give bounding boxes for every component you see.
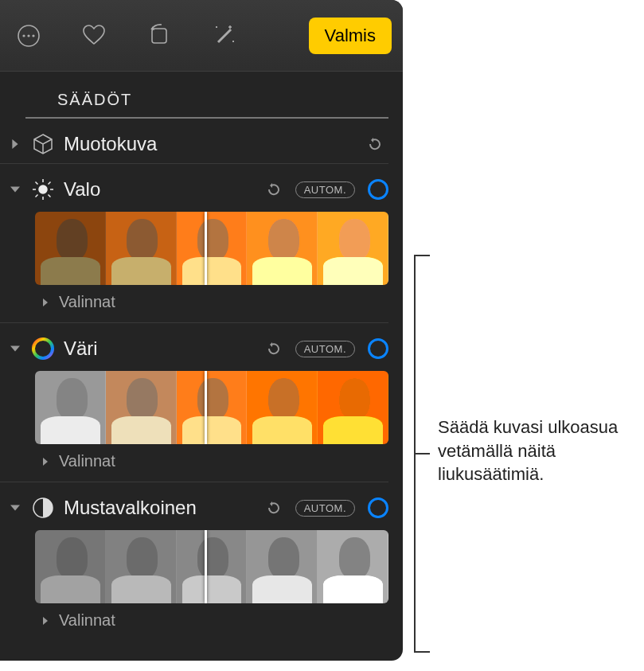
reset-icon[interactable] — [263, 338, 284, 359]
status-ring[interactable] — [368, 338, 388, 359]
svg-point-5 — [39, 185, 47, 193]
portrait-cube-icon — [30, 131, 56, 157]
svg-line-11 — [49, 195, 51, 197]
slider-handle[interactable] — [205, 212, 207, 285]
svg-line-12 — [36, 195, 38, 197]
svg-point-14 — [33, 339, 53, 358]
status-ring[interactable] — [368, 179, 388, 200]
svg-point-3 — [32, 34, 34, 37]
callout-tick — [414, 453, 430, 454]
light-sun-icon — [30, 177, 56, 202]
group-color: Väri AUTOM. Valinnat — [0, 330, 403, 482]
options-toggle[interactable]: Valinnat — [0, 607, 388, 641]
slider-handle[interactable] — [205, 530, 207, 603]
reset-icon[interactable] — [263, 497, 284, 518]
reset-icon[interactable] — [365, 134, 385, 154]
crop-icon[interactable] — [142, 18, 177, 53]
group-label: Mustavalkoinen — [64, 497, 256, 519]
options-toggle[interactable]: Valinnat — [0, 288, 388, 323]
auto-button[interactable]: AUTOM. — [295, 181, 355, 198]
options-toggle[interactable]: Valinnat — [0, 447, 388, 482]
group-label: Valo — [64, 178, 256, 201]
light-slider[interactable] — [35, 212, 388, 285]
chevron-right-icon — [38, 614, 53, 628]
svg-rect-4 — [152, 29, 166, 43]
section-title: SÄÄDÖT — [25, 72, 388, 119]
editor-toolbar: Valmis — [0, 0, 403, 72]
chevron-right-icon — [38, 295, 53, 310]
group-light: Valo AUTOM. Valinnat — [0, 170, 403, 323]
more-icon[interactable] — [11, 18, 46, 53]
chevron-down-icon[interactable] — [8, 182, 22, 197]
auto-button[interactable]: AUTOM. — [295, 341, 355, 357]
group-label: Väri — [64, 337, 256, 360]
enhance-icon[interactable] — [207, 18, 242, 53]
slider-handle[interactable] — [205, 371, 207, 444]
svg-point-2 — [27, 34, 29, 37]
group-bw: Mustavalkoinen AUTOM. Valinnat — [0, 489, 403, 641]
adjustments-panel: Valmis SÄÄDÖT Muotokuva Valo — [0, 0, 403, 661]
group-portrait: Muotokuva — [0, 125, 403, 164]
options-label: Valinnat — [59, 293, 115, 311]
favorite-icon[interactable] — [76, 18, 111, 53]
options-label: Valinnat — [59, 452, 115, 470]
reset-icon[interactable] — [263, 179, 284, 200]
options-label: Valinnat — [59, 611, 115, 630]
callout-text: Säädä kuvasi ulkoasua vetämällä näitä li… — [438, 415, 637, 486]
chevron-right-icon[interactable] — [8, 137, 22, 151]
callout-tick — [414, 255, 430, 256]
bw-slider[interactable] — [35, 530, 388, 603]
chevron-right-icon — [38, 454, 53, 469]
group-label: Muotokuva — [64, 133, 357, 155]
status-ring[interactable] — [368, 497, 388, 518]
callout-tick — [414, 651, 430, 653]
done-button[interactable]: Valmis — [309, 18, 392, 54]
chevron-down-icon[interactable] — [8, 501, 22, 515]
bw-contrast-icon — [30, 495, 56, 521]
color-slider[interactable] — [35, 371, 388, 444]
auto-button[interactable]: AUTOM. — [295, 500, 355, 517]
chevron-down-icon[interactable] — [8, 341, 22, 356]
svg-line-10 — [36, 182, 38, 185]
svg-point-1 — [22, 34, 25, 37]
color-wheel-icon — [30, 336, 56, 361]
svg-line-13 — [49, 182, 51, 185]
